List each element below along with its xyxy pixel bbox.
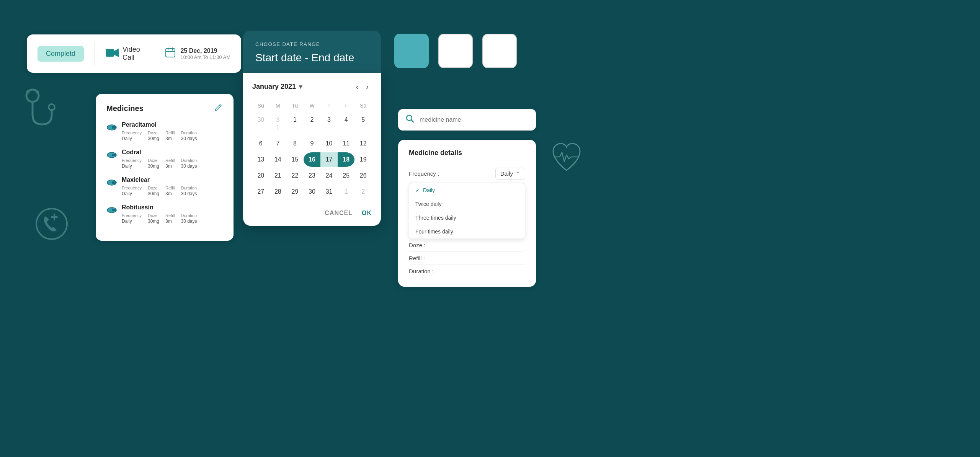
medicine-item-robitussin: Robitussin Frequency Daily Doze 30mg Ref… <box>106 204 223 224</box>
svg-rect-16 <box>107 126 112 129</box>
svg-point-3 <box>36 90 39 93</box>
cal-day-4[interactable]: 4 <box>338 113 355 135</box>
cal-day-5[interactable]: 5 <box>354 113 372 135</box>
appointment-type-section: Video Call <box>106 46 143 62</box>
color-swatch-white-2[interactable] <box>482 34 517 68</box>
appointment-divider <box>95 42 95 65</box>
day-header-m: M <box>270 100 287 111</box>
calendar-body: January 2021 ▾ ‹ › Su M Tu W T F Sa 30 <box>243 73 381 226</box>
cal-day-11[interactable]: 11 <box>338 136 355 151</box>
refill-label: Refill : <box>409 255 425 261</box>
pill-icon-peracitamol <box>106 122 117 133</box>
cal-day-9[interactable]: 9 <box>304 136 321 151</box>
cal-day-20[interactable]: 20 <box>252 168 270 183</box>
edit-icon[interactable] <box>214 103 223 114</box>
cal-day-23[interactable]: 23 <box>304 168 321 183</box>
cal-day-30[interactable]: 30 <box>304 184 321 199</box>
check-icon: ✓ <box>415 187 420 193</box>
color-swatch-white-1[interactable] <box>438 34 473 68</box>
cal-day-31[interactable]: 31 <box>320 184 338 199</box>
medicine-details-1: Frequency Daily Doze 30mg Refill 3m Dura… <box>122 158 197 169</box>
video-camera-icon <box>106 48 119 59</box>
svg-rect-25 <box>112 181 116 184</box>
medicine-item-codral: Codral Frequency Daily Doze 30mg Refill … <box>106 149 223 169</box>
doze-row: Doze : <box>409 239 525 252</box>
doze-label: Doze : <box>409 242 425 248</box>
pill-icon-maxiclear <box>106 177 117 188</box>
frequency-label: Frequency : <box>409 170 439 177</box>
svg-rect-17 <box>112 126 116 129</box>
calendar-week-2: 13 14 15 16 17 18 19 <box>252 152 372 167</box>
appointment-status-badge: Completd <box>38 46 84 62</box>
appointment-type-label: Video Call <box>122 46 143 62</box>
cal-day-8[interactable]: 8 <box>286 136 304 151</box>
cal-day-7[interactable]: 7 <box>270 136 287 151</box>
cal-day-22[interactable]: 22 <box>286 168 304 183</box>
cal-day-13[interactable]: 13 <box>252 152 270 167</box>
cal-day-1-next[interactable]: 1 <box>338 184 355 199</box>
medicine-name-3: Robitussin <box>122 204 197 211</box>
cal-day-31-prev[interactable]: 31 <box>270 113 287 135</box>
pill-icon-codral <box>106 150 117 160</box>
cal-day-28[interactable]: 28 <box>270 184 287 199</box>
cal-day-17[interactable]: 17 <box>320 152 338 167</box>
option-twice-daily[interactable]: Twice daily <box>409 197 525 211</box>
choose-date-label: CHOOSE DATE RANGE <box>255 41 369 47</box>
cal-day-3[interactable]: 3 <box>320 113 338 135</box>
medicines-header: Medicines <box>106 103 223 114</box>
option-daily[interactable]: ✓ Daily <box>409 183 525 197</box>
cal-day-27[interactable]: 27 <box>252 184 270 199</box>
option-three-times-daily[interactable]: Three times daily <box>409 211 525 225</box>
medicine-name-0: Peracitamol <box>122 121 197 128</box>
svg-point-4 <box>26 90 29 93</box>
cal-day-25[interactable]: 25 <box>338 168 355 183</box>
calendar-modal: CHOOSE DATE RANGE Start date - End date … <box>243 31 381 226</box>
medicine-name-2: Maxiclear <box>122 176 197 183</box>
calendar-icon <box>165 47 176 60</box>
cal-day-24[interactable]: 24 <box>320 168 338 183</box>
svg-rect-29 <box>112 209 116 211</box>
cal-day-30-prev[interactable]: 30 <box>252 113 270 135</box>
cancel-button[interactable]: CANCEL <box>325 210 353 217</box>
pill-icon-robitussin <box>106 205 117 215</box>
medicine-details-0: Frequency Daily Doze 30mg Refill 3m Dura… <box>122 131 197 141</box>
svg-rect-8 <box>106 49 114 57</box>
appointment-datetime-section: 25 Dec, 2019 10:00 Am To 11:30 AM <box>165 47 230 60</box>
calendar-header: CHOOSE DATE RANGE Start date - End date <box>243 31 381 73</box>
calendar-week-4: 27 28 29 30 31 1 2 <box>252 184 372 199</box>
cal-day-10[interactable]: 10 <box>320 136 338 151</box>
ok-button[interactable]: OK <box>362 210 372 217</box>
medicine-search-input[interactable] <box>420 116 528 123</box>
cal-day-12[interactable]: 12 <box>354 136 372 151</box>
option-four-times-daily[interactable]: Four times daily <box>409 225 525 238</box>
medicine-item-maxiclear: Maxiclear Frequency Daily Doze 30mg Refi… <box>106 176 223 196</box>
calendar-week-3: 20 21 22 23 24 25 26 <box>252 168 372 183</box>
color-swatch-teal[interactable] <box>394 34 429 68</box>
month-navigation: January 2021 ▾ ‹ › <box>252 81 372 93</box>
refill-row: Refill : <box>409 252 525 265</box>
cal-day-21[interactable]: 21 <box>270 168 287 183</box>
cal-day-2[interactable]: 2 <box>304 113 321 135</box>
svg-point-5 <box>36 209 67 239</box>
cal-day-2-next[interactable]: 2 <box>354 184 372 199</box>
frequency-dropdown: ✓ Daily Twice daily Three times daily Fo… <box>409 183 525 239</box>
frequency-select[interactable]: Daily ⌃ <box>495 168 525 180</box>
cal-day-1[interactable]: 1 <box>286 113 304 135</box>
calendar-days-header: Su M Tu W T F Sa <box>252 100 372 111</box>
cal-day-19[interactable]: 19 <box>354 152 372 167</box>
cal-day-26[interactable]: 26 <box>354 168 372 183</box>
cal-day-6[interactable]: 6 <box>252 136 270 151</box>
cal-day-29[interactable]: 29 <box>286 184 304 199</box>
day-header-tu: Tu <box>286 100 304 111</box>
heart-ecg-icon <box>547 138 586 178</box>
day-header-t: T <box>320 100 338 111</box>
cal-day-15[interactable]: 15 <box>286 152 304 167</box>
month-label[interactable]: January 2021 ▾ <box>252 83 302 91</box>
next-month-button[interactable]: › <box>363 81 372 93</box>
calendar-week-0: 30 31 1 2 3 4 5 <box>252 113 372 135</box>
prev-month-button[interactable]: ‹ <box>353 81 362 93</box>
search-icon <box>406 114 414 125</box>
cal-day-14[interactable]: 14 <box>270 152 287 167</box>
cal-day-16[interactable]: 16 <box>304 152 321 167</box>
cal-day-18[interactable]: 18 <box>338 152 355 167</box>
